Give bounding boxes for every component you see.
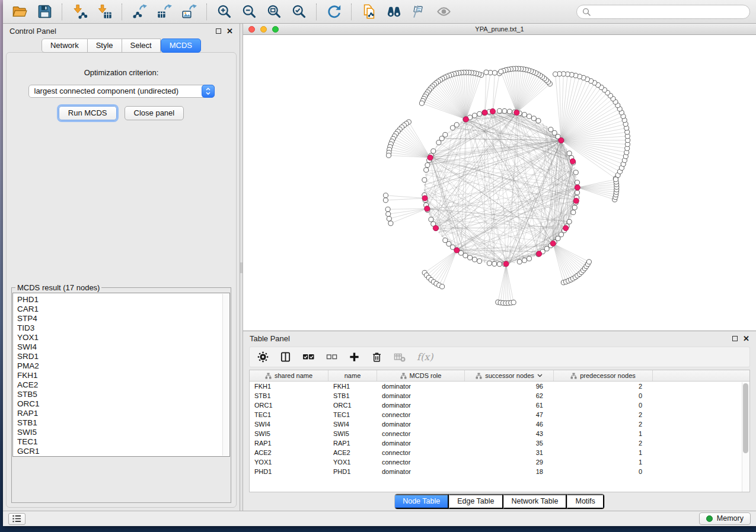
graph-node-dominator[interactable] [490,108,495,114]
select-all-button[interactable] [302,352,315,361]
mcds-result-item[interactable]: TID3 [17,323,229,333]
graph-node[interactable] [386,211,391,216]
graph-node[interactable] [522,113,527,117]
export-network-button[interactable] [129,2,150,22]
graph-node[interactable] [383,198,388,203]
graph-node-dominator[interactable] [563,225,569,230]
graph-node-dominator[interactable] [573,198,579,203]
graph-node-dominator[interactable] [422,196,428,201]
minimize-window-icon[interactable] [260,26,267,33]
table-cell[interactable]: 0 [554,468,653,475]
close-window-icon[interactable] [248,26,255,33]
graph-node-dominator[interactable] [550,241,556,246]
graph-node[interactable] [443,132,448,137]
deselect-all-button[interactable] [326,353,337,361]
table-cell[interactable]: FKH1 [328,383,377,390]
graph-node[interactable] [440,284,445,289]
graph-node-dominator[interactable] [570,159,575,164]
table-cell[interactable]: connector [377,430,465,437]
graph-node[interactable] [384,193,388,198]
table-cell[interactable]: 43 [465,430,554,437]
memory-button[interactable]: Memory [699,512,751,525]
graph-node[interactable] [484,70,489,75]
graph-node[interactable] [527,257,531,261]
zoom-window-icon[interactable] [272,26,279,33]
table-cell[interactable]: TEC1 [250,411,328,418]
table-cell[interactable]: STB1 [250,392,328,399]
search-network-button[interactable] [383,2,404,22]
table-cell[interactable]: SWI4 [250,421,328,428]
graph-node[interactable] [586,259,591,264]
table-cell[interactable]: 29 [465,459,554,466]
table-cell[interactable]: 61 [465,402,554,409]
table-row[interactable]: TEC1TEC1connector472 [250,410,749,419]
graph-node[interactable] [439,136,444,141]
delete-table-button[interactable] [394,351,406,363]
mcds-result-list[interactable]: PHD1CAR1STP4TID3YOX1SWI4SRD1PMA2FKH1ACE2… [12,293,230,457]
graph-node-dominator[interactable] [425,206,430,211]
table-cell[interactable]: STB1 [328,392,377,399]
table-cell[interactable]: dominator [377,383,465,390]
open-file-button[interactable] [9,2,30,22]
tab-style[interactable]: Style [88,39,122,53]
graph-node-dominator[interactable] [537,251,542,257]
table-cell[interactable]: ACE2 [250,449,328,456]
graph-node[interactable] [497,108,502,113]
zoom-selected-button[interactable] [288,2,310,22]
criterion-select[interactable]: largest connected component (undirected) [28,85,215,98]
table-cell[interactable]: PHD1 [328,468,377,475]
tab-motifs[interactable]: Motifs [567,494,604,509]
mcds-result-item[interactable]: CAR1 [17,305,229,314]
graph-node[interactable] [567,219,572,224]
graph-node-dominator[interactable] [514,110,519,115]
table-row[interactable]: STB1STB1dominator620 [250,391,749,400]
table-cell[interactable]: 1 [554,459,653,466]
zoom-fit-button[interactable] [263,2,285,22]
hide-flagged-button[interactable] [408,2,429,22]
graph-node[interactable] [473,113,477,118]
table-cell[interactable]: YOX1 [250,459,328,466]
graph-node[interactable] [575,190,579,195]
table-cell[interactable]: 0 [554,392,653,399]
table-cell[interactable]: 18 [465,468,554,475]
splitter-handle-icon[interactable] [240,262,243,273]
table-cell[interactable]: ACE2 [328,449,377,456]
graph-node[interactable] [387,216,391,221]
zoom-out-button[interactable] [238,2,260,22]
graph-node[interactable] [575,180,579,185]
table-settings-button[interactable] [257,351,269,363]
tab-network[interactable]: Network [42,39,88,53]
table-cell[interactable]: dominator [377,468,465,475]
graph-node[interactable] [517,259,522,264]
table-cell[interactable]: 1 [554,449,653,456]
delete-column-button[interactable] [371,351,382,363]
graph-node[interactable] [436,140,441,145]
table-row[interactable]: ORC1ORC1dominator610 [250,400,749,410]
graph-node[interactable] [468,255,473,260]
table-row[interactable]: RAP1RAP1dominator352 [250,438,749,448]
graph-node-dominator[interactable] [559,137,564,143]
graph-node[interactable] [552,130,557,135]
table-cell[interactable]: SWI4 [328,421,377,428]
graph-node[interactable] [424,168,429,172]
table-cell[interactable]: 2 [554,383,653,390]
table-cell[interactable]: SWI5 [250,430,328,437]
graph-node-dominator[interactable] [575,185,580,190]
table-cell[interactable]: 62 [465,392,554,399]
table-scrollbar[interactable] [742,382,749,492]
table-cell[interactable]: 1 [554,430,653,437]
import-table-button[interactable] [94,2,115,22]
table-cell[interactable]: 2 [554,440,653,447]
mcds-result-item[interactable]: GCR1 [17,447,229,456]
graph-node[interactable] [548,127,553,132]
show-columns-button[interactable] [280,351,291,363]
table-cell[interactable]: dominator [377,421,465,428]
table-cell[interactable]: ORC1 [250,402,328,409]
table-cell[interactable]: 2 [554,421,653,428]
graph-node[interactable] [429,217,433,222]
close-panel-icon[interactable]: ✕ [227,28,233,34]
save-session-button[interactable] [34,2,55,22]
export-image-button[interactable] [178,2,200,22]
graph-node[interactable] [454,123,459,127]
graph-node[interactable] [487,261,492,265]
